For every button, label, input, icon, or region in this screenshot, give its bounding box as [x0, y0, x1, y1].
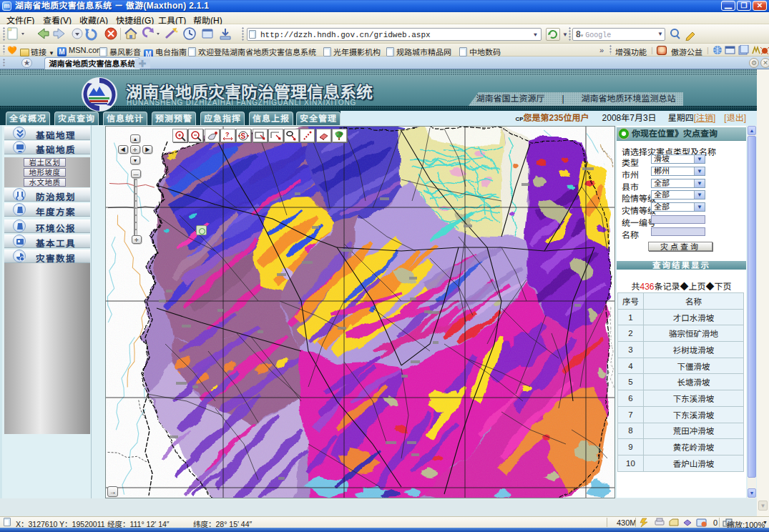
svg-text:S: S [241, 132, 246, 140]
svg-text:?: ? [225, 131, 230, 138]
